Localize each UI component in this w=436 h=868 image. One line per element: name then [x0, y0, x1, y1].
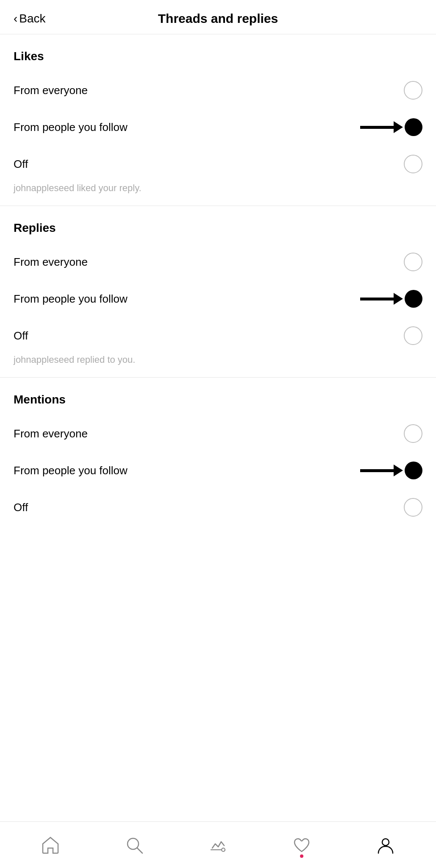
replies-arrow-shaft — [360, 298, 394, 300]
replies-arrow-line — [360, 293, 403, 305]
svg-line-1 — [137, 848, 142, 853]
bottom-nav — [0, 821, 436, 868]
nav-search[interactable] — [117, 828, 151, 862]
content: Likes From everyone From people you foll… — [0, 34, 436, 577]
mentions-arrow-head — [394, 465, 403, 476]
likes-preview-text: johnappleseed liked your reply. — [14, 183, 422, 206]
likes-off-label: Off — [14, 158, 28, 171]
search-icon — [125, 835, 144, 855]
replies-from-follow-label: From people you follow — [14, 292, 128, 306]
likes-filled-circle — [405, 118, 422, 136]
mentions-from-follow-label: From people you follow — [14, 464, 128, 477]
replies-from-everyone-radio[interactable] — [404, 253, 422, 271]
likes-from-everyone-label: From everyone — [14, 84, 88, 97]
replies-from-follow-radio-selected[interactable] — [360, 290, 422, 308]
profile-icon — [376, 835, 395, 855]
home-icon — [41, 835, 60, 855]
replies-from-everyone-row[interactable]: From everyone — [14, 243, 422, 281]
likes-from-follow-label: From people you follow — [14, 121, 128, 134]
likes-from-follow-radio-selected[interactable] — [360, 118, 422, 136]
likes-from-everyone-radio[interactable] — [404, 81, 422, 100]
nav-home[interactable] — [33, 828, 67, 862]
mentions-from-follow-row[interactable]: From people you follow — [14, 452, 422, 489]
replies-from-follow-row[interactable]: From people you follow — [14, 281, 422, 317]
nav-activity[interactable] — [201, 828, 235, 862]
mentions-from-follow-radio-selected[interactable] — [360, 462, 422, 479]
nav-likes[interactable] — [285, 828, 319, 862]
header: ‹ Back Threads and replies — [0, 0, 436, 34]
mentions-from-everyone-row[interactable]: From everyone — [14, 415, 422, 452]
replies-section: Replies From everyone From people you fo… — [0, 206, 436, 377]
mentions-arrow-line — [360, 465, 403, 476]
activity-icon — [208, 835, 228, 855]
replies-from-everyone-label: From everyone — [14, 256, 88, 269]
svg-point-0 — [128, 838, 139, 849]
likes-arrow-line — [360, 121, 403, 133]
mentions-off-row[interactable]: Off — [14, 489, 422, 526]
mentions-from-everyone-label: From everyone — [14, 427, 88, 440]
replies-section-title: Replies — [14, 221, 422, 235]
mentions-off-radio[interactable] — [404, 498, 422, 517]
nav-profile[interactable] — [369, 828, 403, 862]
likes-arrow-shaft — [360, 126, 394, 129]
likes-from-follow-row[interactable]: From people you follow — [14, 109, 422, 145]
page-title: Threads and replies — [158, 11, 278, 26]
likes-off-radio[interactable] — [404, 155, 422, 173]
likes-off-row[interactable]: Off — [14, 145, 422, 183]
mentions-off-label: Off — [14, 501, 28, 514]
mentions-arrow-shaft — [360, 469, 394, 472]
replies-off-row[interactable]: Off — [14, 317, 422, 354]
replies-off-radio[interactable] — [404, 326, 422, 345]
svg-point-2 — [382, 839, 389, 846]
likes-section-title: Likes — [14, 50, 422, 63]
replies-off-label: Off — [14, 329, 28, 342]
heart-notification-dot — [300, 854, 303, 858]
heart-icon — [292, 835, 311, 855]
likes-section: Likes From everyone From people you foll… — [0, 34, 436, 206]
likes-from-everyone-row[interactable]: From everyone — [14, 72, 422, 109]
back-button[interactable]: ‹ Back — [14, 12, 46, 25]
likes-arrow-head — [394, 121, 403, 133]
mentions-filled-circle — [405, 462, 422, 479]
mentions-from-everyone-radio[interactable] — [404, 424, 422, 443]
replies-filled-circle — [405, 290, 422, 308]
replies-preview-text: johnappleseed replied to you. — [14, 354, 422, 377]
replies-arrow-head — [394, 293, 403, 305]
mentions-section-title: Mentions — [14, 393, 422, 406]
mentions-section: Mentions From everyone From people you f… — [0, 378, 436, 526]
back-chevron-icon: ‹ — [14, 13, 17, 25]
back-label: Back — [19, 12, 45, 25]
